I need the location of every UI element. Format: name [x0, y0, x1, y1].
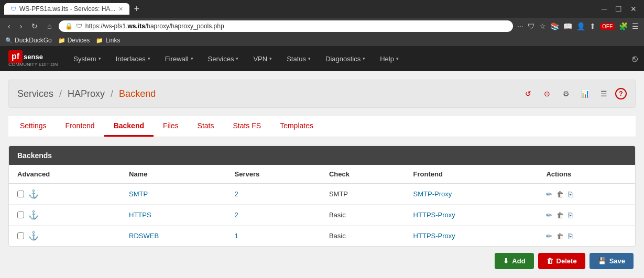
star-icon[interactable]: ☆ — [539, 22, 546, 30]
filter-icon[interactable]: ⚙ — [559, 86, 573, 101]
reader-icon[interactable]: 📖 — [563, 22, 572, 30]
maximize-button[interactable]: ☐ — [612, 5, 625, 13]
nav-vpn[interactable]: VPN ▾ — [246, 46, 279, 71]
add-button[interactable]: ⬇ Add — [495, 253, 533, 269]
profile-icon[interactable]: 👤 — [576, 22, 585, 30]
row-smtp-frontend-link[interactable]: SMTP-Proxy — [413, 190, 452, 198]
logout-icon[interactable]: ⎋ — [632, 53, 638, 64]
col-actions: Actions — [538, 165, 635, 184]
table-row: ⚓ RDSWEB 1 Basic HTTPS-Proxy — [9, 226, 635, 247]
row-rdsweb-delete-icon[interactable]: 🗑 — [556, 232, 564, 240]
row-smtp-name-link[interactable]: SMTP — [129, 190, 148, 198]
forward-button[interactable]: › — [17, 21, 25, 31]
row-https-servers: 2 — [226, 205, 321, 226]
bookmark-duckduckgo-label: DuckDuckGo — [15, 37, 52, 44]
row-https-delete-icon[interactable]: 🗑 — [556, 211, 564, 219]
links-folder-icon: 📁 — [96, 37, 103, 44]
tab-stats-fs[interactable]: Stats FS — [223, 116, 270, 137]
col-servers: Servers — [226, 165, 321, 184]
nav-firewall-arrow: ▾ — [191, 56, 193, 61]
delete-button[interactable]: 🗑 Delete — [538, 253, 585, 269]
row-https-frontend-link[interactable]: HTTPS-Proxy — [413, 211, 455, 219]
row-https-servers-link[interactable]: 2 — [235, 211, 238, 219]
row-rdsweb-edit-icon[interactable]: ✏ — [546, 232, 552, 240]
bookmark-duckduckgo[interactable]: 🔍 DuckDuckGo — [5, 37, 52, 44]
breadcrumb: Services / HAProxy / Backend — [17, 88, 156, 99]
row-https-edit-icon[interactable]: ✏ — [546, 211, 552, 219]
sync-icon[interactable]: ⬆ — [590, 22, 596, 30]
ellipsis-menu-icon[interactable]: ··· — [517, 22, 523, 30]
breadcrumb-services[interactable]: Services — [17, 88, 53, 99]
bookmark-links[interactable]: 📁 Links — [96, 37, 120, 44]
reload-button[interactable]: ↻ — [29, 21, 40, 31]
nav-system[interactable]: System ▾ — [66, 46, 108, 71]
row-https-checkbox[interactable] — [17, 212, 24, 218]
row-https-frontend: HTTPS-Proxy — [405, 205, 538, 226]
nav-services[interactable]: Services ▾ — [201, 46, 246, 71]
url-domain: ws.its — [128, 23, 145, 30]
back-button[interactable]: ‹ — [5, 21, 13, 31]
puzzle-icon[interactable]: 🧩 — [619, 22, 628, 30]
row-smtp-servers-link[interactable]: 2 — [235, 190, 238, 198]
tab-stats[interactable]: Stats — [188, 116, 224, 137]
close-window-button[interactable]: ✕ — [627, 5, 640, 13]
shield-menu-icon[interactable]: 🛡 — [528, 22, 535, 30]
stats-icon[interactable]: 📊 — [577, 86, 592, 101]
row-rdsweb-frontend-link[interactable]: HTTPS-Proxy — [413, 232, 455, 240]
row-smtp-copy-icon[interactable]: ⎘ — [568, 190, 572, 198]
tab-files[interactable]: Files — [154, 116, 188, 137]
breadcrumb-haproxy[interactable]: HAProxy — [68, 88, 105, 99]
hamburger-menu-icon[interactable]: ☰ — [632, 22, 639, 30]
row-rdsweb-servers: 1 — [226, 226, 321, 247]
bookmarks-bar: 🔍 DuckDuckGo 📁 Devices 📁 Links — [0, 35, 644, 46]
row-https-name-link[interactable]: HTTPS — [129, 211, 151, 219]
tab-templates[interactable]: Templates — [270, 116, 323, 137]
address-bar[interactable]: 🔒 🛡 https://ws-pfs1.ws.its/haproxy/hapro… — [59, 20, 514, 32]
main-content: Services / HAProxy / Backend ↺ ⊙ ⚙ 📊 ☰ ?… — [0, 71, 644, 278]
backends-table-container: Backends Advanced Name Servers Check Fro… — [8, 146, 636, 247]
addon-icon[interactable]: OFF — [600, 23, 615, 30]
row-rdsweb-frontend: HTTPS-Proxy — [405, 226, 538, 247]
minimize-button[interactable]: ─ — [598, 5, 610, 13]
tab-stats-label: Stats — [198, 121, 214, 130]
tab-settings[interactable]: Settings — [10, 116, 56, 137]
row-https-anchor-icon[interactable]: ⚓ — [28, 210, 39, 220]
row-rdsweb-checkbox[interactable] — [17, 232, 24, 239]
devices-folder-icon: 📁 — [58, 37, 66, 44]
bookmark-devices[interactable]: 📁 Devices — [58, 37, 90, 44]
toggle-icon[interactable]: ⊙ — [540, 86, 554, 101]
nav-help[interactable]: Help ▾ — [373, 46, 406, 71]
browser-tab[interactable]: 🛡 WS-PFS1a.ws.its - Services: HA... ✕ — [4, 3, 129, 15]
row-smtp-checkbox[interactable] — [17, 191, 24, 197]
nav-status-arrow: ▾ — [308, 56, 311, 61]
save-button[interactable]: 💾 Save — [590, 253, 634, 269]
duckduckgo-icon: 🔍 — [5, 37, 13, 44]
nav-firewall[interactable]: Firewall ▾ — [158, 46, 201, 71]
col-check: Check — [321, 165, 405, 184]
row-smtp-anchor-icon[interactable]: ⚓ — [28, 189, 39, 199]
row-rdsweb-name-link[interactable]: RDSWEB — [129, 232, 159, 240]
tab-close-button[interactable]: ✕ — [118, 6, 123, 13]
new-tab-button[interactable]: + — [134, 4, 139, 15]
row-smtp-delete-icon[interactable]: 🗑 — [556, 190, 564, 198]
extensions-icon[interactable]: 📚 — [550, 22, 559, 30]
tab-backend[interactable]: Backend — [104, 116, 154, 137]
refresh-icon[interactable]: ↺ — [521, 86, 536, 101]
row-rdsweb-copy-icon[interactable]: ⎘ — [568, 232, 572, 240]
nav-status[interactable]: Status ▾ — [279, 46, 318, 71]
pfsense-navbar: pf sense COMMUNITY EDITION System ▾ Inte… — [0, 46, 644, 71]
row-smtp-edit-icon[interactable]: ✏ — [546, 190, 552, 198]
row-rdsweb-anchor-icon[interactable]: ⚓ — [28, 231, 39, 241]
tab-frontend[interactable]: Frontend — [56, 116, 104, 137]
nav-diagnostics[interactable]: Diagnostics ▾ — [318, 46, 373, 71]
row-https-check: Basic — [321, 205, 405, 226]
bookmark-links-label: Links — [105, 37, 120, 44]
row-rdsweb-servers-link[interactable]: 1 — [235, 232, 238, 240]
bottom-bar: ⬇ Add 🗑 Delete 💾 Save — [8, 247, 636, 271]
col-advanced: Advanced — [9, 165, 121, 184]
home-button[interactable]: ⌂ — [45, 21, 54, 31]
nav-interfaces[interactable]: Interfaces ▾ — [108, 46, 158, 71]
log-icon[interactable]: ☰ — [596, 86, 611, 101]
row-https-copy-icon[interactable]: ⎘ — [568, 211, 572, 219]
help-icon[interactable]: ? — [615, 88, 627, 99]
